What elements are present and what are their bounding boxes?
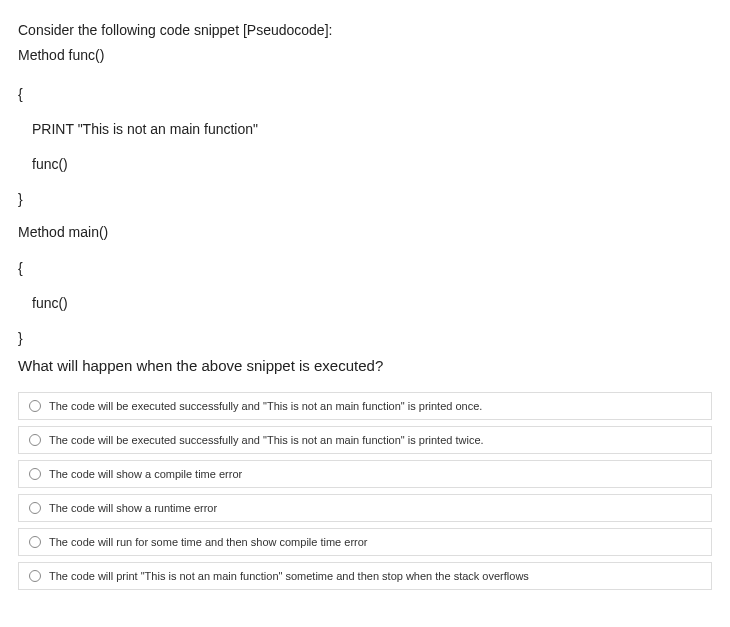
code-block-func: { PRINT "This is not an main function" f… — [18, 84, 712, 210]
code-func-call-2: func() — [18, 293, 712, 314]
radio-icon — [29, 570, 41, 582]
brace-close-2: } — [18, 328, 712, 349]
radio-icon — [29, 434, 41, 446]
option-3[interactable]: The code will show a compile time error — [18, 460, 712, 488]
question-intro: Consider the following code snippet [Pse… — [18, 20, 712, 66]
option-1[interactable]: The code will be executed successfully a… — [18, 392, 712, 420]
intro-line-2: Method func() — [18, 45, 712, 66]
brace-open: { — [18, 84, 712, 105]
option-label: The code will run for some time and then… — [49, 536, 368, 548]
code-func-call-1: func() — [18, 154, 712, 175]
radio-icon — [29, 502, 41, 514]
option-label: The code will show a compile time error — [49, 468, 242, 480]
option-6[interactable]: The code will print "This is not an main… — [18, 562, 712, 590]
option-2[interactable]: The code will be executed successfully a… — [18, 426, 712, 454]
option-label: The code will be executed successfully a… — [49, 434, 484, 446]
options-list: The code will be executed successfully a… — [18, 392, 712, 590]
radio-icon — [29, 468, 41, 480]
radio-icon — [29, 536, 41, 548]
question-prompt: What will happen when the above snippet … — [18, 357, 712, 374]
option-5[interactable]: The code will run for some time and then… — [18, 528, 712, 556]
method-main-line: Method main() — [18, 224, 712, 240]
brace-close: } — [18, 189, 712, 210]
code-print: PRINT "This is not an main function" — [18, 119, 712, 140]
option-label: The code will show a runtime error — [49, 502, 217, 514]
intro-line-1: Consider the following code snippet [Pse… — [18, 20, 712, 41]
radio-icon — [29, 400, 41, 412]
brace-open-2: { — [18, 258, 712, 279]
option-label: The code will be executed successfully a… — [49, 400, 482, 412]
option-label: The code will print "This is not an main… — [49, 570, 529, 582]
option-4[interactable]: The code will show a runtime error — [18, 494, 712, 522]
code-block-main: { func() } — [18, 258, 712, 349]
